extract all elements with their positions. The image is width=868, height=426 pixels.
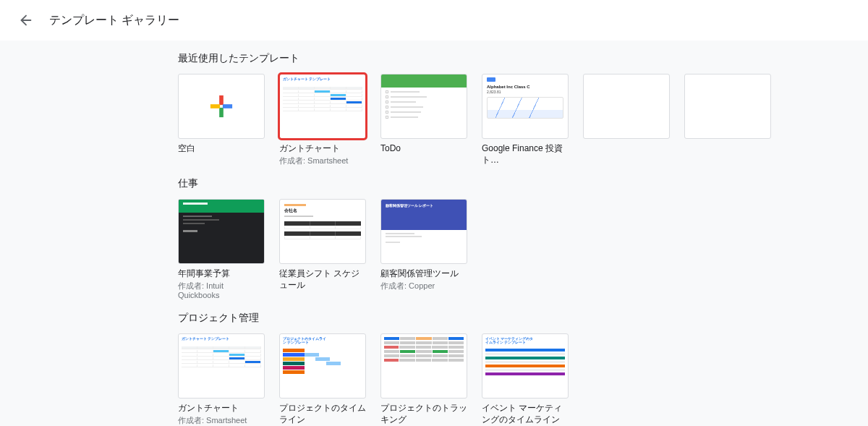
thumb-crm: 顧客関係管理ツール レポート (380, 199, 467, 264)
card-title: ガントチャート (279, 143, 366, 155)
thumb-text: 会社名 (284, 208, 361, 214)
card-title: 空白 (178, 143, 265, 155)
template-card-shift[interactable]: 会社名 従業員シフト スケジュール (279, 199, 366, 300)
template-card-gantt[interactable]: ガントチャート テンプレート ガントチャート 作成者: Smartsheet (279, 74, 366, 166)
thumb-finance: Alphabet Inc Class C 2,823.81 (482, 74, 569, 139)
template-card-todo[interactable]: ToDo (380, 74, 467, 166)
card-title: 年間事業予算 (178, 268, 265, 280)
template-card-tracking[interactable]: プロジェクトのトラッキング 作成者: Smartsheet (380, 333, 467, 426)
thumb-text: ガントチャート テンプレート (182, 337, 261, 341)
card-title: イベント マーケティングのタイムライン (482, 403, 569, 425)
thumb-tracking (380, 333, 467, 399)
template-card-finance[interactable]: Alphabet Inc Class C 2,823.81 Google Fin… (482, 74, 569, 166)
card-title: プロジェクトのタイムライン (279, 403, 366, 425)
grid-recent: 空白 ガントチャート テンプレート ガントチャート (178, 74, 851, 166)
thumb-empty (583, 74, 670, 139)
thumb-text: ガントチャート テンプレート (283, 77, 362, 81)
card-subtitle: 作成者: Smartsheet (279, 156, 366, 166)
svg-rect-3 (210, 104, 220, 108)
thumb-gantt2: ガントチャート テンプレート (178, 333, 265, 399)
template-card-blank[interactable]: 空白 (178, 74, 265, 166)
thumb-blank (178, 74, 265, 139)
thumb-shift: 会社名 (279, 199, 366, 264)
thumb-event: イベント マーケティングのタイムライン テンプレート (482, 333, 569, 399)
page-title: テンプレート ギャラリー (49, 13, 179, 28)
card-subtitle: 作成者: Smartsheet (178, 416, 265, 425)
grid-work: 年間事業予算 作成者: Intuit Quickbooks 会社名 従業員シフト… (178, 199, 851, 300)
card-subtitle: 作成者: Intuit Quickbooks (178, 281, 265, 300)
content-area: 最近使用したテンプレート 空白 ガントチャート テンプレート (0, 52, 868, 426)
section-title-work: 仕事 (178, 177, 851, 190)
back-button[interactable] (12, 6, 41, 35)
template-card-event-marketing[interactable]: イベント マーケティングのタイムライン テンプレート イベント マーケティングの… (482, 333, 569, 426)
grid-project: ガントチャート テンプレート ガントチャート 作成者: Smartsheet (178, 333, 851, 426)
thumb-text: 顧客関係管理ツール レポート (381, 200, 467, 230)
app-header: テンプレート ギャラリー (0, 0, 868, 41)
card-title: 従業員シフト スケジュール (279, 268, 366, 291)
arrow-left-icon (18, 12, 34, 28)
thumb-text: 2,823.81 (487, 90, 563, 94)
thumb-text: イベント マーケティングのタイムライン テンプレート (485, 337, 536, 344)
section-title-project: プロジェクト管理 (178, 312, 851, 325)
card-title: ガントチャート (178, 403, 265, 414)
svg-rect-1 (219, 95, 224, 105)
thumb-timeline: プロジェクトのタイムライン テンプレート (279, 333, 366, 399)
template-card-loading[interactable] (684, 74, 771, 166)
template-card-timeline[interactable]: プロジェクトのタイムライン テンプレート プロジェクトのタイムライン 作成者: … (279, 333, 366, 426)
template-card-gantt2[interactable]: ガントチャート テンプレート ガントチャート 作成者: Smartsheet (178, 333, 265, 426)
template-card-budget[interactable]: 年間事業予算 作成者: Intuit Quickbooks (178, 199, 265, 300)
thumb-budget (178, 199, 265, 264)
thumb-text: Alphabet Inc Class C (487, 85, 563, 89)
thumb-empty (684, 74, 771, 139)
card-title: 顧客関係管理ツール (380, 268, 467, 280)
card-title: Google Finance 投資ト… (482, 143, 569, 166)
svg-rect-2 (219, 108, 224, 117)
template-card-crm[interactable]: 顧客関係管理ツール レポート 顧客関係管理ツール 作成者: Copper (380, 199, 467, 300)
section-title-recent: 最近使用したテンプレート (178, 52, 851, 65)
template-card-loading[interactable] (583, 74, 670, 166)
thumb-todo (380, 74, 467, 139)
thumb-gantt-highlighted: ガントチャート テンプレート (279, 74, 366, 139)
card-subtitle: 作成者: Copper (380, 281, 467, 291)
google-plus-icon (209, 94, 234, 119)
card-title: ToDo (380, 143, 467, 155)
card-title: プロジェクトのトラッキング (380, 403, 467, 425)
svg-rect-4 (223, 104, 232, 108)
thumb-text: プロジェクトのタイムライン テンプレート (283, 337, 326, 344)
